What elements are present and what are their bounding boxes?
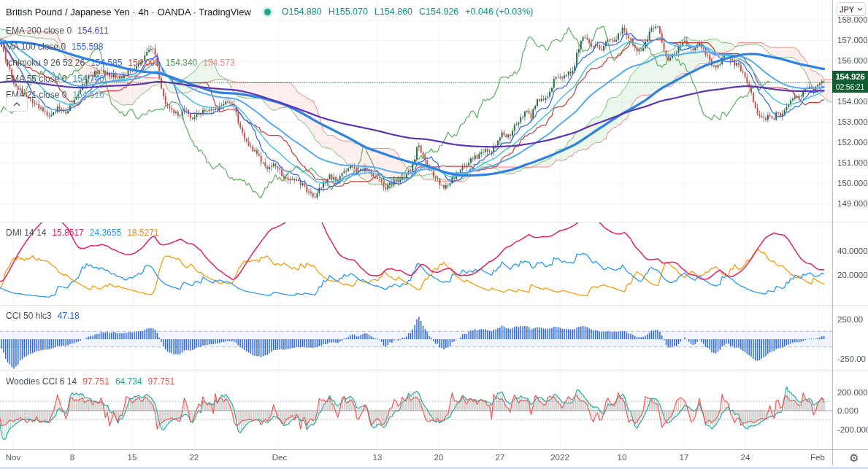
time-axis-tick: 13	[373, 453, 383, 462]
time-axis-tick: 27	[496, 453, 505, 462]
price-axis-label: 200.000	[837, 387, 868, 398]
legend-value: 154.573	[203, 58, 234, 68]
time-axis-tick: 10	[618, 453, 627, 462]
legend-label[interactable]: Woodies CCI 6 14	[6, 376, 77, 387]
low-value: L154.860	[375, 7, 412, 17]
legend-value: 24.3655	[90, 228, 121, 238]
chevron-up-icon	[13, 102, 20, 106]
time-axis-tick: 24	[741, 453, 750, 462]
legend-value: 15.8517	[52, 228, 83, 238]
legend-row: CCI 50 hlc347.18	[6, 308, 80, 324]
dmi-pane-legend: DMI 14 1415.851724.365518.5271	[6, 225, 159, 241]
legend-row: EMA 200 close 0154.611	[6, 23, 235, 39]
time-axis[interactable]: Nov81522Dec1320272022101724Feb	[0, 450, 832, 465]
price-axis-label: 0.000	[837, 406, 859, 416]
price-axis-label: 250.00	[837, 314, 863, 325]
time-axis-tick: 2022	[550, 453, 569, 462]
cci-pane-legend: CCI 50 hlc347.18	[6, 308, 80, 324]
price-axis-label: 40.0000	[837, 246, 868, 256]
legend-value: 154.095	[128, 58, 159, 68]
price-axis-label: 152.000	[837, 137, 868, 147]
price-axis-label: 158.000	[837, 15, 868, 25]
bar-countdown: 02:56:21	[832, 82, 868, 92]
main-pane-legend: EMA 200 close 0154.611MA 100 close 0155.…	[6, 23, 235, 103]
legend-label[interactable]: MA 100 close 0	[6, 42, 66, 52]
settings-gear-icon[interactable]: ⚙	[843, 451, 865, 465]
legend-value: 154.611	[77, 26, 109, 36]
chevron-down-icon	[857, 7, 863, 11]
legend-value: 18.5271	[127, 228, 158, 238]
legend-value: 155.598	[72, 42, 103, 52]
time-axis-tick: Nov	[6, 453, 20, 462]
price-axis-label: 157.000	[837, 35, 868, 45]
price-axis-label: 153.000	[837, 117, 868, 127]
currency-unit-button[interactable]: JPY	[837, 2, 866, 16]
legend-row: EMA 21 close 0154.516	[6, 87, 235, 103]
price-axis-label: 154.000	[837, 96, 868, 106]
legend-value: 154.340	[166, 58, 197, 68]
legend-value: 47.18	[58, 311, 80, 321]
legend-value: 154.740	[72, 74, 104, 84]
legend-row: EMA 55 close 0154.740	[6, 71, 235, 87]
time-axis-tick: 17	[680, 453, 689, 462]
legend-label[interactable]: EMA 200 close 0	[6, 26, 72, 36]
time-axis-tick: 8	[70, 453, 74, 462]
last-price-value: 154.926	[832, 71, 868, 82]
legend-label[interactable]: EMA 55 close 0	[6, 74, 66, 84]
legend-value: 64.734	[115, 376, 142, 387]
price-axis-label: 151.000	[837, 158, 868, 168]
time-axis-tick: Dec	[272, 453, 287, 462]
legend-row: DMI 14 1415.851724.365518.5271	[6, 225, 159, 241]
time-axis-tick: 20	[434, 453, 444, 462]
legend-row: MA 100 close 0155.598	[6, 39, 235, 55]
market-status-icon[interactable]	[264, 9, 271, 15]
currency-label: JPY	[840, 5, 854, 14]
price-axis-label: -250.00	[837, 354, 866, 364]
open-value: O154.880	[282, 7, 322, 17]
legend-value: 154.585	[91, 58, 122, 68]
time-axis-tick: 22	[190, 453, 199, 462]
legend-value: 97.751	[82, 376, 110, 387]
last-price-badge: 154.926 02:56:21	[832, 71, 868, 93]
high-value: H155.070	[329, 7, 368, 17]
trading-chart-window: British Pound / Japanese Yen · 4h · OAND…	[0, 0, 868, 469]
time-axis-tick: Feb	[810, 453, 825, 462]
price-axis-label: 20.0000	[837, 270, 868, 280]
ohlc-values: O154.880 H155.070 L154.860 C154.926 +0.0…	[282, 7, 534, 17]
symbol-title[interactable]: British Pound / Japanese Yen · 4h · OAND…	[6, 7, 251, 18]
price-axis[interactable]: 154.926 02:56:21 158.000157.000156.00015…	[832, 0, 868, 449]
price-axis-label: 156.000	[837, 55, 868, 66]
woodies-pane-legend: Woodies CCI 6 1497.75164.73497.751	[6, 373, 174, 389]
legend-label[interactable]: Ichimoku 9 26 52 26	[6, 58, 85, 68]
price-axis-label: -200.000	[837, 425, 868, 435]
collapse-legend-button[interactable]	[6, 96, 28, 112]
legend-label[interactable]: DMI 14 14	[6, 228, 46, 238]
chart-header: British Pound / Japanese Yen · 4h · OAND…	[6, 4, 533, 19]
change-value: +0.046 (+0.03%)	[465, 7, 533, 17]
legend-value: 97.751	[148, 376, 175, 387]
legend-row: Ichimoku 9 26 52 26154.585154.095154.340…	[6, 55, 235, 71]
legend-value: 154.516	[72, 90, 104, 100]
legend-row: Woodies CCI 6 1497.75164.73497.751	[6, 373, 174, 389]
price-axis-label: 149.000	[837, 198, 868, 209]
legend-label[interactable]: CCI 50 hlc3	[6, 311, 52, 321]
price-axis-label: 150.000	[837, 178, 868, 188]
time-axis-tick: 15	[128, 453, 137, 462]
close-value: C154.926	[419, 7, 458, 17]
